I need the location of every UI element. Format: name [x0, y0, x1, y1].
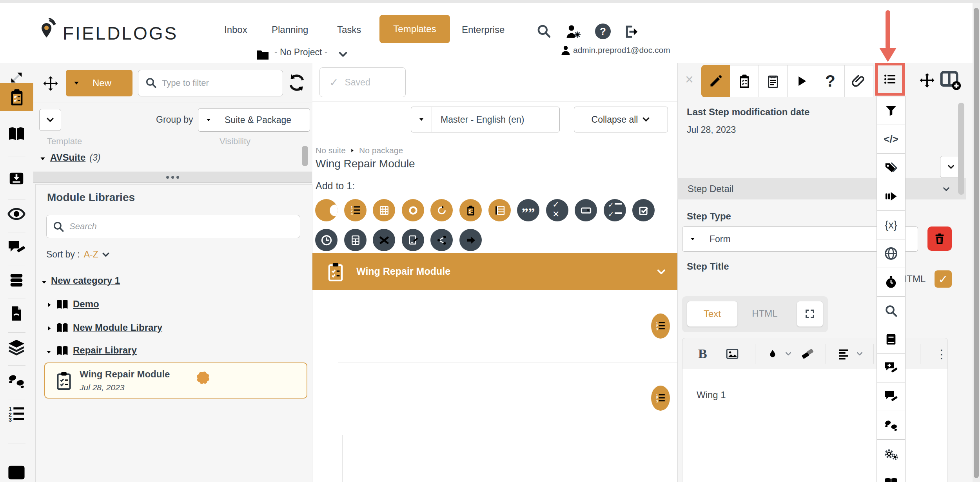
menu-add-comment-icon[interactable] — [877, 353, 906, 382]
add-form-button[interactable] — [459, 199, 482, 221]
text-color-button[interactable] — [768, 349, 778, 359]
report-view-button[interactable] — [759, 65, 788, 97]
add-calculation-button[interactable] — [344, 229, 367, 251]
sort-by-value[interactable]: A-Z — [84, 249, 98, 260]
template-list-scrollbar[interactable] — [302, 146, 308, 166]
tree-item-new-module-library[interactable]: New Module Library — [73, 322, 162, 333]
suite-caret-icon[interactable] — [39, 155, 46, 162]
sidebar-footprints-icon[interactable] — [7, 371, 26, 390]
nav-inbox[interactable]: Inbox — [224, 24, 247, 35]
tab-text[interactable]: Text — [687, 301, 738, 327]
menu-footprints-icon[interactable] — [877, 411, 906, 440]
add-loop-button[interactable] — [430, 199, 453, 221]
menu-open-book-icon[interactable] — [877, 468, 906, 482]
add-numbered-list-button[interactable] — [344, 199, 367, 221]
sidebar-item-templates[interactable] — [0, 83, 33, 111]
add-table-button[interactable] — [373, 199, 395, 221]
add-time-button[interactable] — [315, 229, 338, 251]
menu-edit-comment-icon[interactable] — [877, 382, 906, 411]
add-dropdown-button[interactable] — [575, 199, 597, 221]
repair-caret-icon[interactable] — [45, 349, 52, 355]
sidebar-eye-icon[interactable] — [7, 205, 26, 223]
category-caret-icon[interactable] — [41, 279, 47, 286]
form-view-button[interactable] — [730, 65, 759, 97]
menu-globe-icon[interactable] — [877, 239, 906, 268]
add-branch-button[interactable] — [430, 229, 453, 251]
sidebar-numbered-list-icon[interactable] — [7, 405, 25, 423]
help-icon[interactable]: ? — [595, 24, 611, 39]
menu-skip-icon[interactable] — [877, 182, 906, 211]
step-row[interactable]: 1 Wing 1 — [312, 290, 677, 362]
add-check-x-button[interactable]: ✓✕ — [546, 199, 568, 221]
sidebar-card-icon[interactable] — [6, 462, 27, 482]
add-tools-button[interactable] — [373, 229, 395, 251]
module-header-bar[interactable]: Wing Repair Module — [312, 253, 677, 290]
sidebar-import-icon[interactable] — [7, 169, 25, 187]
page-scrollbar-thumb[interactable] — [974, 8, 979, 478]
template-filter-input[interactable] — [138, 70, 283, 96]
add-signature-button[interactable] — [402, 229, 424, 251]
collapse-tree-button[interactable] — [39, 109, 61, 131]
library-search-input[interactable] — [46, 215, 300, 238]
sort-chevron-icon[interactable] — [102, 250, 110, 259]
menu-filter-icon[interactable] — [877, 96, 906, 125]
nav-tasks[interactable]: Tasks — [337, 24, 361, 35]
tab-html[interactable]: HTML — [743, 301, 786, 326]
global-search-icon[interactable] — [536, 24, 551, 38]
richtext-content[interactable]: Wing 1 — [682, 369, 948, 482]
new-template-button[interactable]: New — [66, 70, 132, 96]
sidebar-book-icon[interactable] — [7, 125, 26, 143]
add-wrench-button[interactable] — [315, 199, 338, 221]
menu-variable-icon[interactable]: {x} — [877, 210, 906, 239]
list-options-button-highlighted[interactable] — [875, 63, 905, 96]
sidebar-layers-icon[interactable] — [7, 338, 26, 357]
add-media-button[interactable] — [488, 199, 511, 221]
menu-tags-icon[interactable] — [877, 153, 906, 182]
user-settings-icon[interactable] — [565, 24, 582, 40]
eraser-button[interactable] — [801, 347, 815, 361]
tree-item-repair-library[interactable]: Repair Library — [73, 345, 137, 356]
add-checklist-button[interactable]: ✓✓ — [604, 199, 626, 221]
close-panel-icon[interactable]: × — [685, 71, 693, 88]
suite-name[interactable]: AVSuite — [50, 152, 85, 163]
attachment-button[interactable] — [844, 65, 873, 97]
insert-image-button[interactable] — [725, 347, 739, 361]
html-checkbox[interactable]: ✓ — [935, 270, 952, 288]
run-button[interactable] — [787, 65, 816, 97]
detail-panel-scrollbar[interactable] — [958, 103, 964, 195]
group-by-select[interactable]: Suite & Package — [198, 108, 310, 132]
add-circle-button[interactable] — [402, 199, 424, 221]
add-column-icon[interactable] — [939, 69, 961, 91]
project-selector-label[interactable]: - No Project - — [274, 47, 327, 58]
module-bar-chevron-icon[interactable] — [656, 267, 666, 277]
refresh-icon[interactable] — [287, 73, 307, 92]
align-button[interactable] — [837, 348, 850, 360]
add-quote-button[interactable]: ”” — [517, 199, 539, 221]
bold-button[interactable]: B — [698, 346, 707, 361]
delete-step-button[interactable] — [927, 227, 952, 251]
selected-module-card[interactable]: Wing Repair Module Jul 28, 2023 — [44, 362, 307, 399]
logout-icon[interactable] — [622, 24, 639, 40]
menu-settings-icon[interactable] — [877, 439, 906, 468]
panel-splitter[interactable] — [33, 172, 312, 183]
language-select[interactable]: Master - English (en) — [411, 107, 560, 132]
suite-row[interactable]: AVSuite (3) — [50, 152, 100, 163]
add-next-button[interactable] — [459, 229, 482, 251]
tree-item-demo[interactable]: Demo — [73, 299, 99, 310]
text-color-chevron-icon[interactable] — [785, 350, 792, 357]
help-step-button[interactable]: ? — [816, 65, 845, 97]
align-chevron-icon[interactable] — [856, 350, 863, 357]
nav-templates[interactable]: Templates — [379, 15, 450, 43]
drag-handle-icon[interactable] — [42, 75, 59, 92]
add-checkbox-button[interactable] — [632, 199, 655, 221]
menu-notebook-icon[interactable] — [877, 325, 906, 354]
more-options-icon[interactable]: ⋮ — [936, 347, 947, 361]
sidebar-comment-edit-icon[interactable] — [7, 238, 26, 257]
step-detail-band[interactable]: Step Detail — [677, 178, 966, 199]
nav-planning[interactable]: Planning — [272, 24, 308, 35]
step-row[interactable]: 2 Wing 2 — [312, 363, 677, 435]
fullscreen-button[interactable] — [797, 301, 823, 327]
detail-drag-handle-icon[interactable] — [919, 72, 935, 89]
project-chevron-icon[interactable] — [338, 49, 348, 60]
menu-search-icon[interactable] — [877, 296, 906, 325]
